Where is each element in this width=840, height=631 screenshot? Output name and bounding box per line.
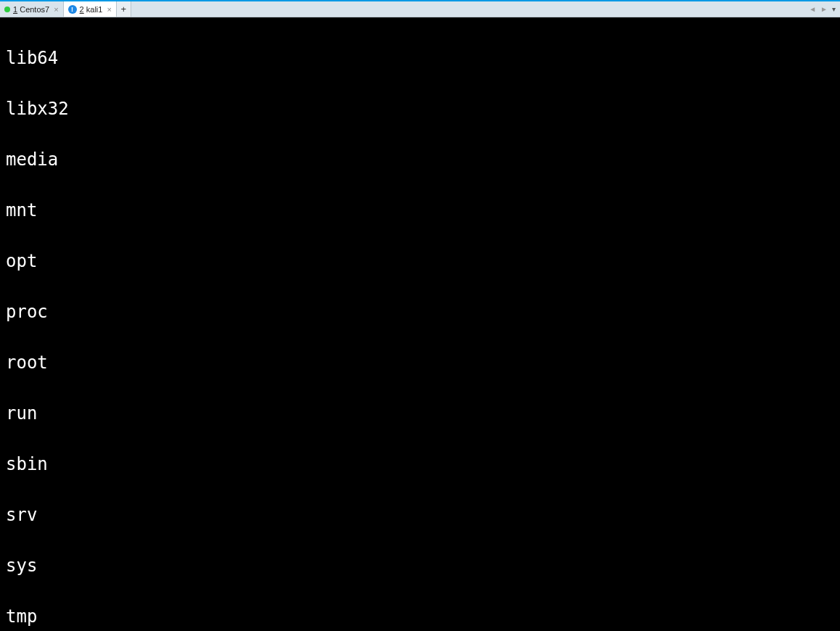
close-icon[interactable]: × <box>105 5 112 14</box>
tab-label: 1 Centos7 <box>13 5 49 14</box>
tab-menu-icon[interactable]: ▾ <box>831 5 837 13</box>
terminal-line: mnt <box>6 198 834 223</box>
new-tab-button[interactable]: + <box>117 1 131 17</box>
status-dot-icon <box>4 7 10 12</box>
terminal-line: srv <box>6 503 834 528</box>
terminal-line: sbin <box>6 452 834 477</box>
terminal-line: run <box>6 401 834 426</box>
tab-centos7[interactable]: 1 Centos7 × <box>0 1 64 17</box>
nav-right-icon[interactable]: ► <box>819 5 829 13</box>
terminal-line: opt <box>6 249 834 274</box>
terminal-line: sys <box>6 553 834 579</box>
tab-bar: 1 Centos7 × ! 2 kali1 × + ◄ ► ▾ <box>0 1 840 17</box>
alert-badge-icon: ! <box>68 5 77 14</box>
tab-kali1[interactable]: ! 2 kali1 × <box>64 1 117 17</box>
terminal-line: tmp <box>6 604 834 630</box>
terminal-line: media <box>6 147 834 173</box>
close-icon[interactable]: × <box>52 5 59 14</box>
nav-left-icon[interactable]: ◄ <box>807 5 818 13</box>
terminal-line: proc <box>6 300 834 325</box>
tab-label: 2 kali1 <box>80 5 103 14</box>
terminal-line: lib64 <box>6 46 834 71</box>
terminal-line: root <box>6 350 834 376</box>
terminal-line: libx32 <box>6 96 834 122</box>
tabbar-controls: ◄ ► ▾ <box>807 1 840 17</box>
terminal-output[interactable]: lib64 libx32 media mnt opt proc root run… <box>0 17 840 631</box>
